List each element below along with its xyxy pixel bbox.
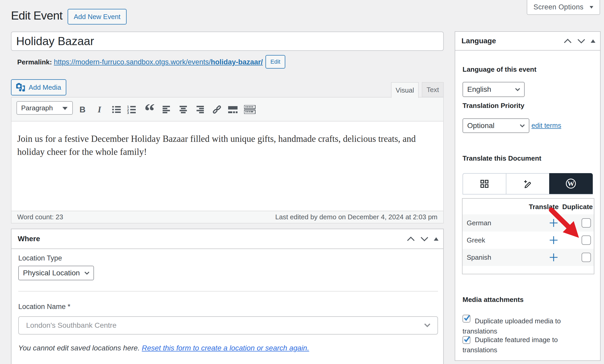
svg-text:“: “ xyxy=(145,104,155,115)
svg-text:W: W xyxy=(567,180,574,187)
svg-text:3: 3 xyxy=(127,111,129,114)
